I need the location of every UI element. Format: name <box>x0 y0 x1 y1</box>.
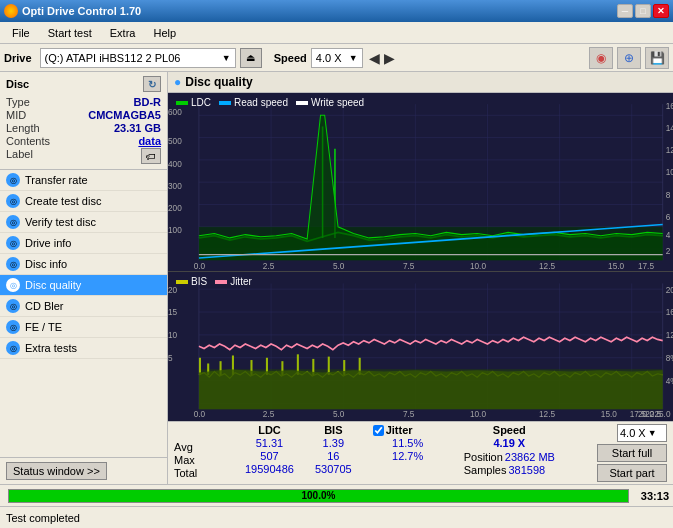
svg-text:0.0: 0.0 <box>194 261 206 271</box>
stats-ldc-avg: 51.31 <box>245 437 294 449</box>
lower-chart-container: BIS Jitter <box>168 272 673 421</box>
svg-text:10: 10 <box>168 330 177 341</box>
svg-text:16%: 16% <box>666 307 673 318</box>
nav-verify-test-disc-label: Verify test disc <box>25 216 96 228</box>
drive-selector[interactable]: (Q:) ATAPI iHBS112 2 PL06 ▼ <box>40 48 236 68</box>
disc-quality-title-icon: ● <box>174 75 181 89</box>
save-button[interactable]: 💾 <box>645 47 669 69</box>
samples-value: 381598 <box>508 464 545 476</box>
status-window-button[interactable]: Status window >> <box>6 462 107 480</box>
svg-text:8 X: 8 X <box>666 189 673 199</box>
svg-text:15: 15 <box>168 307 177 318</box>
main-area: Disc ↻ Type BD-R MID CMCMAGBA5 Length 23… <box>0 72 673 484</box>
svg-rect-58 <box>199 358 201 375</box>
speed-combo-arrow: ▼ <box>648 428 657 438</box>
read-speed-legend: Read speed <box>219 97 288 108</box>
svg-text:5: 5 <box>168 353 173 364</box>
nav-disc-quality[interactable]: ◎ Disc quality <box>0 275 167 296</box>
stats-ldc-total: 19590486 <box>245 463 294 475</box>
svg-text:5.0: 5.0 <box>333 261 345 271</box>
svg-text:2 X: 2 X <box>666 245 673 255</box>
read-speed-legend-label: Read speed <box>234 97 288 108</box>
disc-contents-row: Contents data <box>6 135 161 147</box>
jitter-checkbox[interactable] <box>373 425 384 436</box>
speed-selector[interactable]: 4.0 X ▼ <box>311 48 363 68</box>
progress-track: 100.0% <box>8 489 629 503</box>
nav-extra-tests-label: Extra tests <box>25 342 77 354</box>
svg-text:10.0: 10.0 <box>470 261 486 271</box>
nav-verify-test-disc[interactable]: ◎ Verify test disc <box>0 212 167 233</box>
menu-file[interactable]: File <box>4 25 38 41</box>
minimize-button[interactable]: ─ <box>617 4 633 18</box>
nav-fe-te[interactable]: ◎ FE / TE <box>0 317 167 338</box>
menu-start-test[interactable]: Start test <box>40 25 100 41</box>
disc-panel-header: Disc ↻ <box>6 76 161 92</box>
jitter-header-row: Jitter <box>373 424 443 436</box>
disc-quality-icon: ◎ <box>6 278 20 292</box>
disc-label-row: Label 🏷 <box>6 148 161 164</box>
menubar: File Start test Extra Help <box>0 22 673 44</box>
svg-text:25.0 GB: 25.0 GB <box>654 409 673 420</box>
nav-transfer-rate-label: Transfer rate <box>25 174 88 186</box>
verify-test-disc-icon: ◎ <box>6 215 20 229</box>
lower-chart-svg: 20% 16% 12% 8% 4% 20 15 10 5 0.0 2.5 5.0… <box>168 272 673 421</box>
stats-panel: Avg Max Total LDC 51.31 507 19590486 BIS… <box>168 421 673 484</box>
disc-contents-value[interactable]: data <box>138 135 161 147</box>
disc-mid-row: MID CMCMAGBA5 <box>6 109 161 121</box>
nav-drive-info[interactable]: ◎ Drive info <box>0 233 167 254</box>
write-speed-legend-color <box>296 101 308 105</box>
stats-jitter-max: 12.7% <box>373 450 443 462</box>
disc-info-button[interactable]: ⊕ <box>617 47 641 69</box>
disc-length-row: Length 23.31 GB <box>6 122 161 134</box>
svg-text:12.5: 12.5 <box>539 409 555 420</box>
stats-buttons: 4.0 X ▼ Start full Start part <box>597 424 667 482</box>
svg-text:17.5: 17.5 <box>638 261 654 271</box>
disc-length-label: Length <box>6 122 40 134</box>
stats-bis-header: BIS <box>315 424 352 436</box>
svg-text:15.0: 15.0 <box>608 261 624 271</box>
speed-combo-row: 4.0 X ▼ <box>617 424 667 442</box>
speed-up-button[interactable]: ▶ <box>384 50 395 66</box>
disc-color-button[interactable]: ◉ <box>589 47 613 69</box>
nav-disc-info[interactable]: ◎ Disc info <box>0 254 167 275</box>
position-value: 23862 MB <box>505 451 555 463</box>
svg-text:16 X: 16 X <box>666 100 673 110</box>
svg-text:10 X: 10 X <box>666 167 673 177</box>
jitter-legend-label: Jitter <box>230 276 252 287</box>
nav-drive-info-label: Drive info <box>25 237 71 249</box>
write-speed-legend: Write speed <box>296 97 364 108</box>
bis-legend-label: BIS <box>191 276 207 287</box>
nav-transfer-rate[interactable]: ◎ Transfer rate <box>0 170 167 191</box>
disc-refresh-button[interactable]: ↻ <box>143 76 161 92</box>
menu-help[interactable]: Help <box>145 25 184 41</box>
bis-fill <box>199 370 663 410</box>
position-label: Position <box>464 451 503 463</box>
nav-extra-tests[interactable]: ◎ Extra tests <box>0 338 167 359</box>
menu-extra[interactable]: Extra <box>102 25 144 41</box>
close-button[interactable]: ✕ <box>653 4 669 18</box>
speed-combo[interactable]: 4.0 X ▼ <box>617 424 667 442</box>
jitter-legend-color <box>215 280 227 284</box>
sidebar-bottom: Status window >> <box>0 359 167 484</box>
start-part-button[interactable]: Start part <box>597 464 667 482</box>
read-speed-legend-color <box>219 101 231 105</box>
svg-text:12.5: 12.5 <box>539 261 555 271</box>
upper-legend: LDC Read speed Write speed <box>172 95 368 110</box>
sidebar: Disc ↻ Type BD-R MID CMCMAGBA5 Length 23… <box>0 72 168 484</box>
start-full-button[interactable]: Start full <box>597 444 667 462</box>
drive-value: (Q:) ATAPI iHBS112 2 PL06 <box>45 52 181 64</box>
titlebar: Opti Drive Control 1.70 ─ □ ✕ <box>0 0 673 22</box>
maximize-button[interactable]: □ <box>635 4 651 18</box>
eject-button[interactable]: ⏏ <box>240 48 262 68</box>
svg-text:500: 500 <box>168 136 182 146</box>
speed-down-button[interactable]: ◀ <box>369 50 380 66</box>
svg-text:100: 100 <box>168 225 182 235</box>
ldc-legend-color <box>176 101 188 105</box>
nav-cd-bler[interactable]: ◎ CD Bler <box>0 296 167 317</box>
samples-row: Samples 381598 <box>464 464 555 476</box>
stats-jitter-col: Jitter 11.5% 12.7% <box>373 424 443 477</box>
stats-bis-avg: 1.39 <box>315 437 352 449</box>
disc-label-button[interactable]: 🏷 <box>141 148 161 164</box>
nav-create-test-disc[interactable]: ◎ Create test disc <box>0 191 167 212</box>
nav-disc-quality-label: Disc quality <box>25 279 81 291</box>
